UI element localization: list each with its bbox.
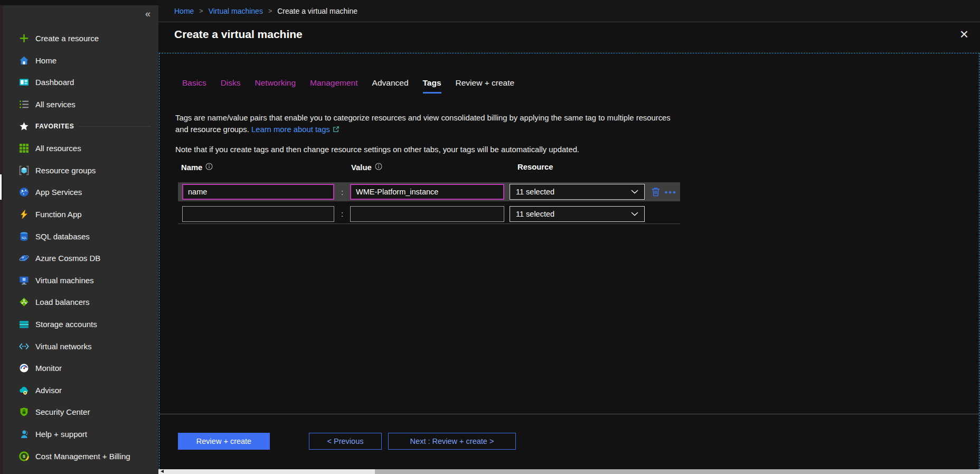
- sidebar-item-create-a-resource[interactable]: Create a resource: [3, 27, 158, 50]
- sidebar-item-virtual-networks[interactable]: Virtual networks: [3, 335, 158, 357]
- sidebar-item-load-balancers[interactable]: Load balancers: [3, 291, 158, 313]
- sidebar-item-sql-databases[interactable]: SQLSQL databases: [3, 225, 158, 247]
- page-title: Create a virtual machine: [174, 28, 303, 41]
- sidebar-item-storage-accounts[interactable]: Storage accounts: [3, 313, 158, 336]
- section-divider: [79, 126, 151, 127]
- cube-icon: [19, 165, 29, 175]
- sidebar-item-azure-cosmos-db[interactable]: Azure Cosmos DB: [3, 247, 158, 269]
- sidebar-item-label: Monitor: [35, 364, 62, 373]
- footer-buttons: Review + create < Previous Next : Review…: [178, 433, 516, 450]
- grid-icon: [19, 143, 29, 153]
- lightning-icon: [19, 209, 29, 219]
- tab-disks[interactable]: Disks: [221, 78, 241, 94]
- plus-icon: [19, 33, 29, 43]
- billing-icon: $: [19, 451, 29, 461]
- scroll-left-arrow-icon[interactable]: [161, 470, 164, 473]
- tag-name-input[interactable]: [182, 184, 334, 200]
- breadcrumb-home[interactable]: Home: [174, 7, 194, 15]
- chevron-down-icon: [631, 190, 638, 194]
- tag-value-input-empty[interactable]: [350, 206, 504, 222]
- trash-icon[interactable]: [652, 187, 660, 197]
- sidebar-item-help-support[interactable]: Help + support: [3, 423, 158, 445]
- tab-strip: BasicsDisksNetworkingManagementAdvancedT…: [182, 78, 514, 94]
- sidebar-item-label: Home: [35, 56, 56, 65]
- sidebar: « Create a resourceHomeDashboardAll serv…: [3, 5, 158, 474]
- star-icon: [19, 122, 29, 132]
- sidebar-item-favorites: FAVORITES: [3, 115, 158, 137]
- external-link-icon: [333, 124, 340, 136]
- sidebar-item-resource-groups[interactable]: Resource groups: [3, 160, 158, 182]
- sidebar-item-cost-management-billing[interactable]: $Cost Management + Billing: [3, 445, 158, 467]
- previous-button[interactable]: < Previous: [309, 433, 382, 450]
- tag-table-header: Name Value Resource: [159, 163, 979, 173]
- vm-monitor-icon: [19, 275, 29, 285]
- horizontal-scrollbar[interactable]: [158, 469, 980, 474]
- breadcrumb-separator: >: [268, 7, 272, 15]
- sidebar-item-security-center[interactable]: Security Center: [3, 401, 158, 423]
- tab-review-create[interactable]: Review + create: [456, 78, 515, 94]
- sidebar-item-label: App Services: [35, 188, 82, 197]
- resource-dropdown[interactable]: 11 selected: [510, 206, 645, 222]
- info-icon[interactable]: [375, 163, 382, 172]
- column-header-name: Name: [181, 163, 213, 172]
- sidebar-item-all-resources[interactable]: All resources: [3, 137, 158, 160]
- sidebar-item-label: Storage accounts: [35, 320, 97, 329]
- sidebar-item-monitor[interactable]: Monitor: [3, 357, 158, 379]
- tags-description-text: Tags are name/value pairs that enable yo…: [175, 114, 671, 134]
- planet-icon: [19, 253, 29, 263]
- tab-management[interactable]: Management: [310, 78, 357, 94]
- sidebar-item-label: Create a resource: [35, 34, 99, 43]
- close-icon[interactable]: ×: [960, 27, 968, 42]
- column-header-value: Value: [351, 163, 382, 172]
- sidebar-item-dashboard[interactable]: Dashboard: [3, 71, 158, 94]
- table-divider: [178, 224, 680, 224]
- review-create-button[interactable]: Review + create: [178, 433, 270, 450]
- tab-basics[interactable]: Basics: [182, 78, 206, 94]
- sidebar-item-label: Dashboard: [35, 78, 74, 87]
- resource-dropdown-value: 11 selected: [516, 210, 554, 218]
- tag-value-input[interactable]: [350, 184, 504, 200]
- database-icon: SQL: [19, 231, 29, 241]
- info-icon[interactable]: [205, 163, 213, 172]
- sidebar-item-label: Virtual networks: [35, 342, 91, 351]
- main-content: Home>Virtual machines>Create a virtual m…: [158, 0, 980, 474]
- breadcrumb: Home>Virtual machines>Create a virtual m…: [158, 0, 980, 22]
- tags-note: Note that if you create tags and then ch…: [175, 145, 579, 154]
- sidebar-item-label: Cost Management + Billing: [35, 452, 130, 461]
- tab-advanced[interactable]: Advanced: [372, 78, 409, 94]
- ellipsis-icon[interactable]: •••: [665, 188, 677, 196]
- tab-tags[interactable]: Tags: [423, 78, 441, 94]
- tag-separator: :: [334, 209, 350, 218]
- sidebar-item-label: Advisor: [35, 386, 62, 395]
- sidebar-item-label: SQL databases: [35, 232, 90, 241]
- footer-divider: [159, 414, 979, 414]
- tag-name-input-empty[interactable]: [182, 206, 334, 222]
- sidebar-item-label: FAVORITES: [35, 123, 74, 130]
- globe-icon: [19, 187, 29, 197]
- title-bar: Create a virtual machine ×: [158, 22, 980, 47]
- column-header-resource: Resource: [517, 163, 553, 171]
- breadcrumb-virtual-machines[interactable]: Virtual machines: [209, 7, 263, 15]
- sidebar-item-all-services[interactable]: All services: [3, 94, 158, 116]
- resource-dropdown[interactable]: 11 selected: [510, 184, 645, 200]
- sidebar-collapse-icon[interactable]: «: [145, 8, 150, 20]
- next-button[interactable]: Next : Review + create >: [388, 433, 516, 450]
- scrollbar-thumb[interactable]: [375, 469, 980, 474]
- load-balancer-icon: [19, 297, 29, 307]
- sidebar-item-label: Azure Cosmos DB: [35, 254, 100, 263]
- sidebar-item-app-services[interactable]: App Services: [3, 181, 158, 203]
- tab-networking[interactable]: Networking: [255, 78, 296, 94]
- dashboard-icon: [19, 77, 29, 87]
- list-icon: [19, 99, 29, 109]
- shield-icon: [19, 407, 29, 417]
- svg-text:SQL: SQL: [22, 237, 27, 239]
- sidebar-item-home[interactable]: Home: [3, 50, 158, 72]
- learn-more-link[interactable]: Learn more about tags: [251, 125, 330, 134]
- sidebar-item-label: All services: [35, 100, 76, 109]
- home-icon: [19, 55, 29, 66]
- sidebar-item-virtual-machines[interactable]: Virtual machines: [3, 269, 158, 292]
- sidebar-item-advisor[interactable]: Advisor: [3, 379, 158, 402]
- chevron-down-icon: [631, 212, 638, 216]
- tags-description: Tags are name/value pairs that enable yo…: [175, 112, 682, 136]
- sidebar-item-function-app[interactable]: Function App: [3, 203, 158, 226]
